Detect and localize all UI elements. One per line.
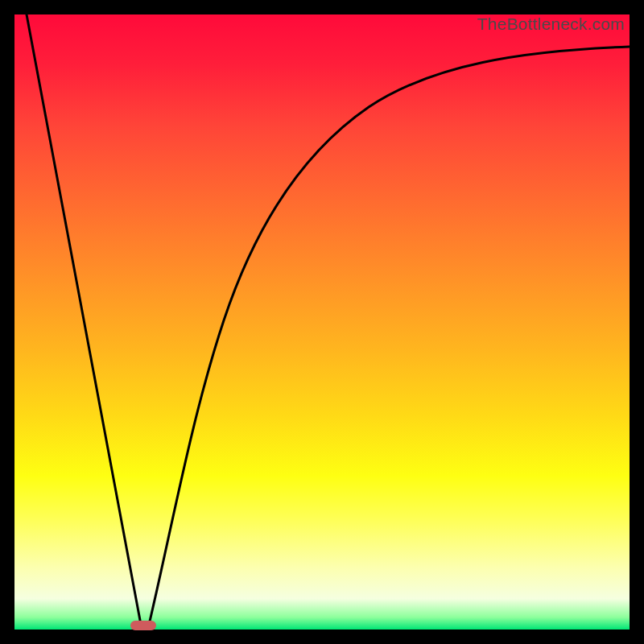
curve-left-branch — [27, 14, 141, 625]
bottleneck-curve — [14, 14, 630, 630]
valley-marker — [130, 621, 156, 630]
plot-area: TheBottleneck.com — [14, 14, 630, 630]
curve-right-branch — [149, 47, 630, 625]
chart-frame: TheBottleneck.com — [14, 14, 630, 630]
watermark-text: TheBottleneck.com — [477, 14, 625, 34]
